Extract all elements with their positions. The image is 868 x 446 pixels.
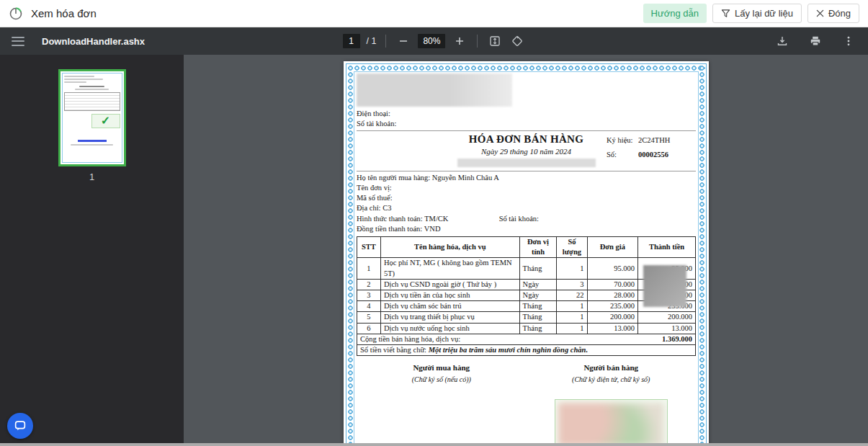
line-item-cell: 22 — [557, 290, 587, 301]
total-row: Cộng tiền bán hàng hóa, dịch vụ: 1.369.0… — [357, 334, 696, 344]
header-actions: Hướng dẫn Lấy lại dữ liệu Đóng — [643, 4, 859, 23]
zoom-out-icon[interactable] — [395, 33, 411, 49]
invoice-header: HÓA ĐƠN BÁN HÀNG Ngày 29 tháng 10 năm 20… — [357, 133, 696, 169]
seller-sign-title: Người bán hàng — [527, 362, 697, 373]
seller-signature-block: Người bán hàng (Chữ ký điện tử, chữ ký s… — [527, 362, 697, 443]
line-item-cell: Tháng — [519, 323, 557, 334]
serial-label: Ký hiệu: — [607, 135, 638, 146]
line-item-cell: 1 — [557, 301, 587, 312]
app-header: Xem hóa đơn Hướng dẫn Lấy lại dữ liệu Đó… — [0, 0, 868, 27]
line-item-cell: 28.000 — [587, 290, 638, 301]
signature-section: Người mua hàng (Chữ ký số (nếu có)) Ngườ… — [357, 362, 696, 443]
redacted-code-strip — [457, 159, 596, 167]
line-item-cell: 6 — [357, 323, 381, 334]
download-icon[interactable] — [774, 33, 790, 49]
page-title: Xem hóa đơn — [31, 7, 97, 19]
total-value: 1.369.000 — [662, 334, 692, 344]
number-value: 00002556 — [638, 150, 668, 160]
payment-label: Hình thức thanh toán: — [357, 215, 423, 223]
pie-chart-icon — [9, 6, 23, 21]
invoice-content: Điện thoại: Số tài khoản: HÓA ĐƠN BÁN HÀ… — [357, 73, 696, 443]
guide-button[interactable]: Hướng dẫn — [643, 4, 707, 23]
currency-label: Đồng tiền thanh toán: — [357, 225, 422, 233]
reload-button-label: Lấy lại dữ liệu — [735, 8, 793, 19]
zoom-in-icon[interactable] — [452, 33, 467, 49]
buyer-account-label: Số tài khoản: — [499, 215, 539, 223]
pdf-action-icons — [774, 33, 856, 49]
toolbar-divider — [385, 35, 386, 48]
kebab-menu-icon[interactable] — [841, 33, 856, 49]
page-number-input[interactable] — [343, 34, 360, 48]
thumbnail-sidebar: ✓ 1 — [0, 55, 184, 443]
invoice-page: Điện thoại: Số tài khoản: HÓA ĐƠN BÁN HÀ… — [344, 61, 709, 443]
pdf-page-zoom-controls: / 1 — [343, 27, 526, 55]
zoom-level-input[interactable] — [418, 34, 445, 48]
line-item-cell: 2 — [357, 279, 381, 290]
words-label: Số tiền viết bằng chữ: — [360, 346, 426, 354]
payment-value: TM/CK — [424, 215, 448, 223]
line-item-cell: Dịch vụ tiền ăn của học sinh — [380, 290, 519, 301]
seller-sign-subtitle: (Chữ ký điện tử, chữ ký số) — [527, 375, 697, 385]
line-item-cell: 4 — [357, 301, 381, 312]
toolbar-divider — [477, 35, 478, 48]
invoice-viewer-window: Xem hóa đơn Hướng dẫn Lấy lại dữ liệu Đó… — [0, 0, 868, 446]
line-item-cell: 3 — [357, 290, 381, 301]
close-button-label: Đóng — [828, 8, 851, 19]
thumbnail-table — [64, 92, 120, 111]
buyer-address-label: Địa chỉ: — [357, 204, 381, 212]
chat-bubble-icon[interactable] — [7, 413, 33, 439]
redacted-qr-code — [643, 265, 686, 307]
line-item-cell: Ngày — [519, 279, 557, 290]
horizontal-scrollbar[interactable] — [0, 443, 868, 446]
print-icon[interactable] — [807, 33, 823, 49]
line-item-cell: 200.000 — [638, 312, 696, 323]
buyer-signature-block: Người mua hàng (Chữ ký số (nếu có)) — [357, 362, 527, 443]
col-quantity: Số lượng — [557, 237, 587, 258]
line-item-cell: Tháng — [519, 301, 557, 312]
buyer-section: Họ tên người mua hàng: Nguyễn Minh Châu … — [357, 173, 696, 234]
line-item-cell: Tháng — [519, 312, 557, 323]
words-value: Một triệu ba trăm sáu mươi chín nghìn đồ… — [429, 346, 588, 354]
total-label: Cộng tiền bán hàng hóa, dịch vụ: — [360, 334, 460, 344]
line-item-cell: 235.000 — [587, 301, 638, 312]
account-line: Số tài khoản: — [357, 119, 696, 129]
reload-data-button[interactable]: Lấy lại dữ liệu — [712, 4, 802, 23]
pdf-filename: DownloadHandler.ashx — [42, 36, 145, 47]
line-item-cell: 200.000 — [587, 312, 638, 323]
number-label: Số: — [607, 150, 638, 160]
buyer-tax-label: Mã số thuế: — [357, 193, 696, 203]
buyer-sign-subtitle: (Chữ ký số (nếu có)) — [357, 375, 527, 385]
amount-in-words-row: Số tiền viết bằng chữ: Một triệu ba trăm… — [357, 345, 696, 356]
line-item-cell: 1 — [357, 258, 381, 279]
serial-value: 2C24THH — [638, 135, 670, 146]
line-item-cell: 13.000 — [587, 323, 638, 334]
line-item-cell: Học phí NT, MG ( không bao gồm TEMN 5T) — [380, 258, 519, 279]
currency-value: VND — [424, 225, 441, 233]
line-item-cell: 13.000 — [638, 323, 696, 334]
buyer-sign-title: Người mua hàng — [357, 362, 527, 373]
line-item-cell: 95.000 — [587, 258, 638, 279]
close-button[interactable]: Đóng — [807, 4, 859, 23]
line-item-cell: Dịch vụ chăm sóc bán trú — [380, 301, 519, 312]
col-amount: Thành tiền — [638, 237, 696, 258]
line-item-row: 6Dịch vụ nước uống học sinhTháng113.0001… — [357, 323, 696, 334]
redacted-seller-info — [357, 73, 512, 107]
line-item-row: 5Dịch vụ trang thiết bị phục vụTháng1200… — [357, 312, 696, 323]
line-item-cell: 1 — [557, 258, 587, 279]
pdf-toolbar: DownloadHandler.ashx / 1 — [0, 27, 868, 55]
buyer-unit-label: Tên đơn vị: — [357, 183, 696, 193]
thumbnail-link-line — [78, 140, 107, 142]
col-description: Tên hàng hóa, dịch vụ — [380, 237, 519, 258]
page-thumbnail[interactable]: ✓ — [58, 69, 126, 166]
pdf-viewport[interactable]: Điện thoại: Số tài khoản: HÓA ĐƠN BÁN HÀ… — [184, 55, 868, 443]
rotate-icon[interactable] — [509, 33, 525, 49]
funnel-icon — [721, 9, 730, 18]
digital-signature-stamp — [555, 399, 668, 443]
fit-page-icon[interactable] — [487, 33, 503, 49]
hamburger-menu-icon[interactable] — [12, 37, 24, 46]
line-item-cell: Ngày — [519, 290, 557, 301]
buyer-address-value: C3 — [382, 204, 391, 212]
redacted-signature — [558, 403, 664, 443]
line-item-cell: Dịch vụ trang thiết bị phục vụ — [380, 312, 519, 323]
line-item-cell: 1 — [557, 312, 587, 323]
